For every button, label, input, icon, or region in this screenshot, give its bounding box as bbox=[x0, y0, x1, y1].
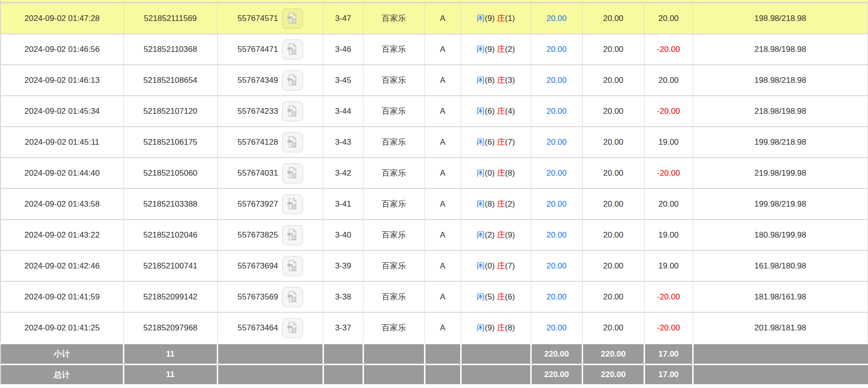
player-result-score: (9) bbox=[485, 14, 495, 23]
balance-before-after: 201.98/181.98 bbox=[693, 312, 868, 344]
bet-amount-link[interactable]: 20.00 bbox=[531, 219, 582, 250]
banker-result-label: 庄 bbox=[497, 45, 505, 54]
table-row: 2024-09-02 01:43:22 521852102046 5576738… bbox=[0, 219, 868, 250]
video-replay-button[interactable] bbox=[282, 287, 303, 307]
balance-before-after: 218.98/198.98 bbox=[693, 34, 868, 65]
banker-result-score: (2) bbox=[505, 45, 515, 54]
win-loss-amount: 19.00 bbox=[644, 219, 693, 250]
game-name: 百家乐 bbox=[363, 189, 424, 219]
valid-amount: 20.00 bbox=[582, 65, 644, 96]
bet-history-table-viewport: 2024-09-02 01:47:28 521852111569 5576745… bbox=[0, 0, 868, 388]
summary-empty-cell bbox=[323, 365, 363, 385]
banker-result-label: 庄 bbox=[497, 230, 505, 239]
balance-before-after: 219.98/199.98 bbox=[693, 158, 868, 189]
bet-amount-link[interactable]: 20.00 bbox=[531, 189, 582, 219]
round-id: 557673927 bbox=[238, 199, 278, 209]
win-loss-amount: 19.00 bbox=[644, 127, 693, 158]
bet-amount-link[interactable]: 20.00 bbox=[531, 34, 582, 65]
bet-time: 2024-09-02 01:47:28 bbox=[0, 3, 123, 34]
summary-valid-total: 220.00 bbox=[582, 344, 644, 365]
valid-amount: 20.00 bbox=[582, 281, 644, 312]
bet-amount-link[interactable]: 20.00 bbox=[531, 158, 582, 189]
bet-amount-link[interactable]: 20.00 bbox=[531, 3, 582, 34]
bet-amount-link[interactable]: 20.00 bbox=[531, 250, 582, 281]
summary-empty-cell bbox=[217, 365, 323, 385]
video-replay-icon bbox=[286, 229, 299, 241]
round-id-cell: 557673825 bbox=[217, 219, 323, 250]
bet-id: 521852102046 bbox=[123, 219, 217, 250]
round-number: 3-45 bbox=[323, 65, 363, 96]
bet-time: 2024-09-02 01:41:59 bbox=[0, 281, 123, 312]
win-loss-amount: 20.00 bbox=[644, 3, 693, 34]
banker-result-label: 庄 bbox=[497, 169, 505, 178]
video-replay-button[interactable] bbox=[282, 318, 303, 338]
round-number: 3-41 bbox=[323, 189, 363, 219]
round-id-cell: 557673694 bbox=[217, 250, 323, 281]
valid-amount: 20.00 bbox=[582, 312, 644, 344]
balance-before-after: 199.98/219.98 bbox=[693, 189, 868, 219]
video-replay-button[interactable] bbox=[282, 132, 303, 152]
bet-amount-link[interactable]: 20.00 bbox=[531, 65, 582, 96]
banker-result-score: (8) bbox=[505, 323, 515, 332]
round-id-cell: 557674031 bbox=[217, 158, 323, 189]
game-name: 百家乐 bbox=[363, 281, 424, 312]
valid-amount: 20.00 bbox=[582, 219, 644, 250]
summary-empty-cell bbox=[323, 344, 363, 365]
video-replay-button[interactable] bbox=[282, 194, 303, 214]
game-name: 百家乐 bbox=[363, 127, 424, 158]
player-result-score: (6) bbox=[485, 138, 495, 147]
video-replay-button[interactable] bbox=[282, 225, 303, 245]
player-result-label: 闲 bbox=[477, 169, 485, 178]
win-loss-amount: -20.00 bbox=[644, 281, 693, 312]
table-row: 2024-09-02 01:46:13 521852108654 5576743… bbox=[0, 65, 868, 96]
banker-result-label: 庄 bbox=[497, 76, 505, 85]
player-result-score: (8) bbox=[485, 199, 495, 209]
game-name: 百家乐 bbox=[363, 219, 424, 250]
summary-count: 11 bbox=[123, 344, 217, 365]
video-replay-button[interactable] bbox=[282, 9, 303, 29]
round-number: 3-43 bbox=[323, 127, 363, 158]
balance-before-after: 199.98/218.98 bbox=[693, 127, 868, 158]
round-id: 557674031 bbox=[238, 169, 278, 178]
player-result-score: (8) bbox=[485, 76, 495, 85]
summary-winloss-total: 17.00 bbox=[644, 365, 693, 385]
game-result: 闲(9) 庄(8) bbox=[461, 312, 531, 344]
table-name: A bbox=[424, 281, 461, 312]
bet-id: 521852107120 bbox=[123, 96, 217, 127]
video-replay-button[interactable] bbox=[282, 163, 303, 183]
video-replay-button[interactable] bbox=[282, 101, 303, 121]
player-result-score: (6) bbox=[485, 107, 495, 116]
round-id-cell: 557674349 bbox=[217, 65, 323, 96]
game-name: 百家乐 bbox=[363, 312, 424, 344]
round-id: 557673694 bbox=[238, 261, 278, 271]
player-result-label: 闲 bbox=[477, 107, 485, 116]
bet-amount-link[interactable]: 20.00 bbox=[531, 127, 582, 158]
bet-amount-link[interactable]: 20.00 bbox=[531, 312, 582, 344]
table-name: A bbox=[424, 3, 461, 34]
summary-bet-total: 220.00 bbox=[531, 365, 582, 385]
table-row: 2024-09-02 01:42:46 521852100741 5576736… bbox=[0, 250, 868, 281]
video-replay-button[interactable] bbox=[282, 40, 303, 60]
balance-before-after: 161.98/180.98 bbox=[693, 250, 868, 281]
table-name: A bbox=[424, 158, 461, 189]
bet-time: 2024-09-02 01:43:22 bbox=[0, 219, 123, 250]
summary-row: 总计 11 220.00 220.00 17.00 bbox=[0, 365, 868, 385]
video-replay-button[interactable] bbox=[282, 70, 303, 90]
bet-time: 2024-09-02 01:41:25 bbox=[0, 312, 123, 344]
bet-time: 2024-09-02 01:43:58 bbox=[0, 189, 123, 219]
player-result-label: 闲 bbox=[477, 199, 485, 209]
video-replay-icon bbox=[286, 321, 299, 334]
balance-before-after: 198.98/218.98 bbox=[693, 65, 868, 96]
table-row: 2024-09-02 01:46:56 521852110368 5576744… bbox=[0, 34, 868, 65]
video-replay-icon bbox=[286, 12, 299, 25]
win-loss-amount: -20.00 bbox=[644, 96, 693, 127]
summary-empty-cell bbox=[424, 365, 461, 385]
bet-amount-link[interactable]: 20.00 bbox=[531, 96, 582, 127]
video-replay-button[interactable] bbox=[282, 256, 303, 276]
video-replay-icon bbox=[286, 136, 299, 149]
round-id: 557674571 bbox=[238, 14, 278, 23]
win-loss-amount: -20.00 bbox=[644, 312, 693, 344]
round-number: 3-39 bbox=[323, 250, 363, 281]
bet-amount-link[interactable]: 20.00 bbox=[531, 281, 582, 312]
table-row: 2024-09-02 01:44:40 521852105060 5576740… bbox=[0, 158, 868, 189]
